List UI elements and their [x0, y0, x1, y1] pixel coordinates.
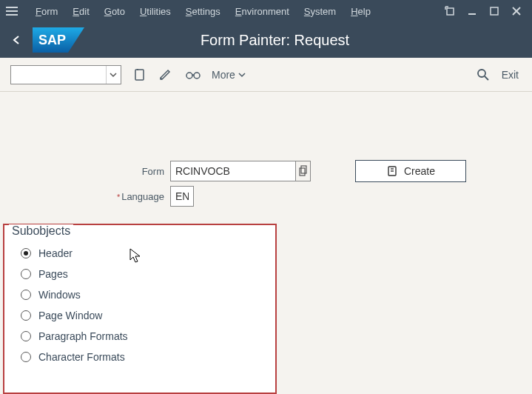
command-input[interactable]	[11, 66, 106, 84]
svg-line-11	[485, 76, 488, 80]
radio-label: Paragraph Formats	[38, 330, 128, 342]
form-label: Form	[15, 166, 170, 177]
svg-rect-7	[135, 70, 144, 80]
radio-pages[interactable]: Pages	[21, 268, 259, 280]
radio-paragraph-formats[interactable]: Paragraph Formats	[21, 330, 259, 342]
radio-button[interactable]	[21, 352, 31, 362]
svg-rect-0	[447, 8, 454, 15]
svg-point-8	[186, 73, 192, 79]
radio-header[interactable]: Header	[21, 247, 259, 259]
radio-character-formats[interactable]: Character Formats	[21, 351, 259, 363]
language-input[interactable]	[170, 186, 194, 207]
menu-help[interactable]: Help	[345, 3, 377, 20]
menu-environment[interactable]: Environment	[229, 3, 295, 20]
search-icon[interactable]	[475, 67, 491, 83]
command-field[interactable]	[10, 65, 121, 84]
menu-settings[interactable]: Settings	[180, 3, 226, 20]
radio-page-window[interactable]: Page Window	[21, 310, 259, 321]
svg-rect-13	[301, 166, 306, 173]
change-icon[interactable]	[158, 67, 175, 83]
radio-button[interactable]	[21, 290, 31, 300]
svg-point-10	[478, 70, 485, 77]
subobjects-group: Subobjects Header Pages Windows Page Win…	[3, 224, 277, 394]
more-button[interactable]: More	[212, 69, 246, 81]
menu-bar: Form Edit Goto Utilities Settings Enviro…	[0, 0, 532, 22]
radio-button[interactable]	[21, 248, 31, 258]
menu-system[interactable]: System	[298, 3, 342, 20]
required-star: *	[117, 193, 120, 201]
menu-goto[interactable]: Goto	[98, 3, 131, 20]
radio-button[interactable]	[21, 310, 31, 321]
window-new-icon[interactable]	[443, 4, 457, 18]
form-row-form: Form Create	[15, 158, 517, 184]
subobjects-list: Header Pages Windows Page Window Paragra…	[4, 225, 275, 369]
command-dropdown[interactable]	[106, 66, 119, 84]
window-maximize-icon[interactable]	[488, 4, 501, 18]
window-minimize-icon[interactable]	[465, 4, 479, 18]
radio-label: Pages	[38, 268, 68, 280]
form-input[interactable]	[170, 161, 296, 181]
back-button[interactable]	[7, 31, 25, 49]
svg-text:SAP: SAP	[38, 33, 66, 47]
svg-point-9	[194, 73, 200, 79]
create-button[interactable]: Create	[355, 160, 466, 182]
radio-button[interactable]	[21, 269, 31, 279]
page-title: Form Painter: Request	[84, 32, 465, 49]
radio-label: Windows	[38, 289, 81, 301]
language-label: *Language	[15, 191, 170, 202]
radio-windows[interactable]: Windows	[21, 289, 259, 301]
sap-logo: SAP	[33, 27, 84, 53]
content-area: Form Create *Language Subobjects Header	[0, 92, 532, 394]
app-toolbar: More Exit	[0, 58, 532, 92]
svg-rect-2	[491, 7, 498, 15]
menu-utilities[interactable]: Utilities	[134, 3, 177, 20]
form-row-language: *Language	[15, 184, 517, 209]
radio-label: Page Window	[38, 310, 102, 321]
menu-edit[interactable]: Edit	[67, 3, 95, 20]
window-close-icon[interactable]	[510, 4, 523, 18]
title-bar: SAP Form Painter: Request	[0, 22, 532, 58]
radio-label: Character Formats	[38, 351, 125, 363]
glasses-button[interactable]	[185, 70, 201, 80]
menu-form[interactable]: Form	[30, 3, 64, 20]
exit-button[interactable]: Exit	[502, 69, 519, 81]
subobjects-legend: Subobjects	[9, 224, 73, 238]
radio-button[interactable]	[21, 331, 31, 341]
create-button-label: Create	[404, 165, 435, 177]
display-icon[interactable]	[132, 67, 148, 83]
radio-label: Header	[38, 247, 73, 259]
svg-rect-12	[300, 168, 305, 176]
form-f4-button[interactable]	[296, 161, 311, 181]
hamburger-icon[interactable]	[6, 4, 21, 19]
